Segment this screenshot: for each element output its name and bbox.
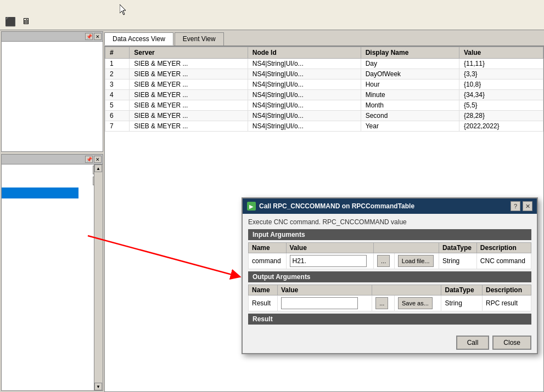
input-browse-cell: ...: [374, 253, 395, 269]
input-value-cell: [286, 253, 374, 269]
table-row[interactable]: 1SIEB & MEYER ...NS4|String|UI/o...Day{1…: [105, 59, 543, 69]
toolbar: ⬛ 🖥: [0, 0, 544, 30]
scrollbar[interactable]: ▲ ▼: [94, 164, 103, 390]
toolbar-icon-1[interactable]: ⬛: [4, 15, 16, 27]
input-col-value: Value: [286, 243, 374, 253]
input-section-header: Input Arguments: [248, 229, 531, 240]
table-row[interactable]: 5SIEB & MEYER ...NS4|String|UI/o...Month…: [105, 100, 543, 111]
output-section-header: Output Arguments: [248, 271, 531, 282]
cell-num: 4: [105, 90, 130, 100]
col-value: Value: [459, 47, 543, 59]
dialog-help-button[interactable]: ?: [511, 201, 520, 211]
table-row[interactable]: 3SIEB & MEYER ...NS4|String|UI/o...Hour{…: [105, 79, 543, 90]
left-bottom-panel: 📌 ✕ ▼ ▲ ▲ ▼: [1, 154, 103, 391]
cell-server: SIEB & MEYER ...: [130, 111, 248, 121]
data-table: # Server Node Id Display Name Value 1SIE…: [105, 47, 543, 132]
col-nodeid: Node Id: [248, 47, 361, 59]
command-input[interactable]: [290, 255, 367, 267]
cell-nodeId: NS4|String|UI/o...: [248, 111, 361, 121]
output-col-value: Value: [277, 285, 372, 296]
bottom-panel-titlebar: 📌 ✕: [2, 155, 103, 164]
dialog-icon: ▶: [247, 202, 256, 211]
cell-server: SIEB & MEYER ...: [130, 100, 248, 111]
output-row: Result ... Save as... String RPC result: [249, 296, 531, 311]
cell-displayName: Second: [361, 111, 459, 121]
output-browse-cell: ...: [372, 296, 395, 311]
dialog-titlebar: ▶ Call RPC_CNCCOMMAND on RPCCommandTable…: [243, 198, 537, 214]
result-browse-button[interactable]: ...: [375, 297, 388, 309]
command-browse-button[interactable]: ...: [377, 255, 390, 267]
cell-server: SIEB & MEYER ...: [130, 69, 248, 79]
cell-num: 5: [105, 100, 130, 111]
tab-event-view[interactable]: Event View: [175, 32, 224, 46]
input-col-name: Name: [249, 243, 287, 253]
cell-nodeId: NS4|String|UI/o...: [248, 90, 361, 100]
pin-button-2[interactable]: 📌: [85, 156, 93, 163]
col-displayname: Display Name: [361, 47, 459, 59]
input-col-datatype: DataType: [439, 243, 476, 253]
table-row[interactable]: 2SIEB & MEYER ...NS4|String|UI/o...DayOf…: [105, 69, 543, 79]
cell-value: {11,11}: [459, 59, 543, 69]
table-row[interactable]: 7SIEB & MEYER ...NS4|String|UI/o...Year{…: [105, 121, 543, 132]
close-top-panel-button[interactable]: ✕: [94, 33, 102, 40]
dialog-body: Execute CNC command. RPC_CNCCOMMAND valu…: [243, 214, 537, 331]
output-save-cell: Save as...: [394, 296, 441, 311]
dialog-title-left: ▶ Call RPC_CNCCOMMAND on RPCCommandTable: [247, 202, 414, 211]
cell-num: 2: [105, 69, 130, 79]
cell-num: 3: [105, 79, 130, 90]
result-input[interactable]: [281, 297, 358, 309]
col-server: Server: [130, 47, 248, 59]
output-name: Result: [249, 296, 278, 311]
dialog-close-btn[interactable]: Close: [492, 336, 531, 350]
dialog-close-button[interactable]: ✕: [523, 201, 532, 211]
selected-list-item[interactable]: [2, 188, 78, 198]
cell-displayName: Year: [361, 121, 459, 132]
cell-nodeId: NS4|String|UI/o...: [248, 59, 361, 69]
cell-server: SIEB & MEYER ...: [130, 121, 248, 132]
output-value-cell: [277, 296, 372, 311]
input-datatype: String: [439, 253, 476, 269]
dialog-title: Call RPC_CNCCOMMAND on RPCCommandTable: [259, 202, 414, 210]
tab-data-access-view[interactable]: Data Access View: [104, 32, 173, 46]
cell-displayName: Day: [361, 59, 459, 69]
close-bottom-panel-button[interactable]: ✕: [94, 156, 102, 163]
save-as-button[interactable]: Save as...: [398, 297, 433, 309]
dialog-footer: Call Close: [243, 331, 537, 353]
input-col-description: Description: [476, 243, 531, 253]
input-col-spacer: [374, 243, 439, 253]
cell-value: {28,28}: [459, 111, 543, 121]
cell-displayName: Minute: [361, 90, 459, 100]
cell-server: SIEB & MEYER ...: [130, 79, 248, 90]
cell-nodeId: NS4|String|UI/o...: [248, 69, 361, 79]
rpc-dialog[interactable]: ▶ Call RPC_CNCCOMMAND on RPCCommandTable…: [242, 197, 538, 354]
call-button[interactable]: Call: [456, 336, 490, 350]
cell-displayName: DayOfWeek: [361, 69, 459, 79]
cell-num: 1: [105, 59, 130, 69]
table-row[interactable]: 4SIEB & MEYER ...NS4|String|UI/o...Minut…: [105, 90, 543, 100]
cell-displayName: Month: [361, 100, 459, 111]
input-row: command ... Load file... String CNC comm…: [249, 253, 531, 269]
table-row[interactable]: 6SIEB & MEYER ...NS4|String|UI/o...Secon…: [105, 111, 543, 121]
output-col-spacer: [372, 285, 441, 296]
top-panel-titlebar: 📌 ✕: [2, 32, 103, 42]
output-col-datatype: DataType: [441, 285, 482, 296]
cell-value: {10,8}: [459, 79, 543, 90]
result-section-header: Result: [248, 314, 531, 325]
dialog-controls: ? ✕: [511, 201, 532, 211]
cell-num: 6: [105, 111, 130, 121]
left-top-panel: 📌 ✕: [1, 31, 103, 152]
load-file-button[interactable]: Load file...: [398, 255, 434, 267]
cell-server: SIEB & MEYER ...: [130, 59, 248, 69]
cell-nodeId: NS4|String|UI/o...: [248, 100, 361, 111]
pin-button[interactable]: 📌: [85, 33, 93, 40]
toolbar-icon-monitor[interactable]: 🖥: [20, 15, 32, 27]
cell-displayName: Hour: [361, 79, 459, 90]
scroll-up[interactable]: ▲: [94, 164, 102, 172]
col-num: #: [105, 47, 130, 59]
cell-nodeId: NS4|String|UI/o...: [248, 79, 361, 90]
cell-value: {34,34}: [459, 90, 543, 100]
cell-nodeId: NS4|String|UI/o...: [248, 121, 361, 132]
scroll-down[interactable]: ▼: [94, 383, 102, 390]
tab-bar: Data Access View Event View: [104, 30, 544, 46]
output-args-table: Name Value DataType Description Result: [248, 285, 531, 311]
